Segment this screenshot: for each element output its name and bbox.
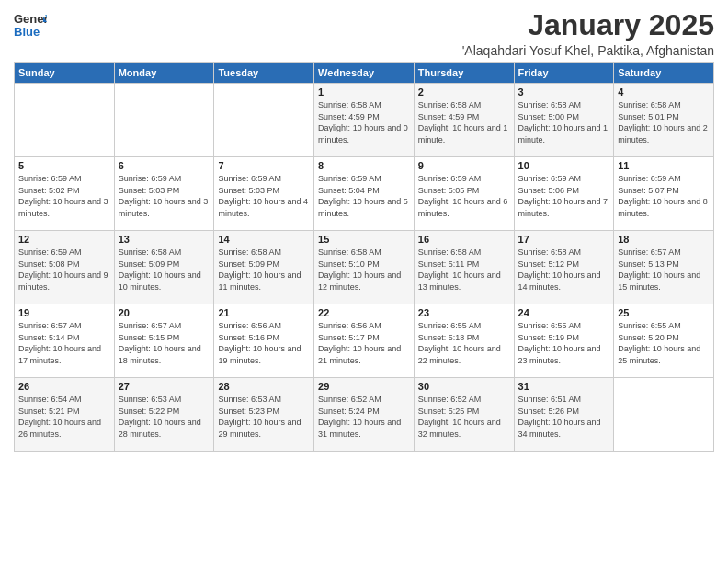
sunrise-text: Sunrise: 6:58 AM (518, 99, 610, 111)
cell-2-1: 13Sunrise: 6:58 AMSunset: 5:09 PMDayligh… (114, 231, 214, 304)
cell-4-2: 28Sunrise: 6:53 AMSunset: 5:23 PMDayligh… (214, 378, 314, 452)
sunrise-text: Sunrise: 6:59 AM (318, 173, 410, 185)
day-detail: Sunrise: 6:58 AMSunset: 5:09 PMDaylight:… (218, 247, 310, 293)
col-thursday: Thursday (414, 63, 514, 84)
day-number: 27 (119, 381, 210, 392)
day-detail: Sunrise: 6:59 AMSunset: 5:08 PMDaylight:… (18, 247, 110, 293)
col-friday: Friday (514, 63, 614, 84)
week-row-1: 1Sunrise: 6:58 AMSunset: 4:59 PMDaylight… (15, 84, 714, 157)
sunrise-text: Sunrise: 6:59 AM (418, 173, 510, 185)
sunset-text: Sunset: 5:20 PM (618, 332, 710, 344)
sunset-text: Sunset: 4:59 PM (318, 111, 410, 123)
sunset-text: Sunset: 5:13 PM (618, 259, 710, 270)
cell-4-6 (614, 378, 714, 452)
sunrise-text: Sunrise: 6:54 AM (18, 394, 110, 406)
sunset-text: Sunset: 5:05 PM (418, 185, 510, 197)
logo: General Blue (14, 9, 47, 42)
col-sunday: Sunday (15, 63, 115, 84)
sunset-text: Sunset: 5:04 PM (318, 185, 410, 197)
cell-2-0: 12Sunrise: 6:59 AMSunset: 5:08 PMDayligh… (15, 231, 115, 304)
cell-0-0 (15, 84, 115, 157)
cell-4-1: 27Sunrise: 6:53 AMSunset: 5:22 PMDayligh… (114, 378, 214, 452)
daylight-text: Daylight: 10 hours and 19 minutes. (218, 343, 310, 366)
daylight-text: Daylight: 10 hours and 3 minutes. (18, 196, 110, 219)
day-detail: Sunrise: 6:58 AMSunset: 5:09 PMDaylight:… (119, 247, 210, 293)
daylight-text: Daylight: 10 hours and 6 minutes. (418, 196, 510, 219)
sunrise-text: Sunrise: 6:56 AM (218, 320, 310, 332)
daylight-text: Daylight: 10 hours and 25 minutes. (618, 343, 710, 366)
day-number: 2 (418, 86, 510, 98)
sunrise-text: Sunrise: 6:58 AM (218, 247, 310, 259)
sunset-text: Sunset: 5:25 PM (418, 406, 510, 418)
day-number: 6 (119, 160, 210, 171)
sunrise-text: Sunrise: 6:58 AM (119, 247, 210, 259)
day-number: 9 (418, 160, 510, 171)
header-row: Sunday Monday Tuesday Wednesday Thursday… (15, 63, 714, 84)
day-number: 5 (18, 160, 110, 171)
sunrise-text: Sunrise: 6:57 AM (119, 320, 210, 332)
sunrise-text: Sunrise: 6:57 AM (18, 320, 110, 332)
sunset-text: Sunset: 5:08 PM (18, 259, 110, 270)
daylight-text: Daylight: 10 hours and 23 minutes. (518, 343, 610, 366)
sunrise-text: Sunrise: 6:58 AM (318, 99, 410, 111)
day-number: 30 (418, 381, 510, 392)
svg-text:Blue: Blue (14, 25, 40, 39)
cell-2-6: 18Sunrise: 6:57 AMSunset: 5:13 PMDayligh… (614, 231, 714, 304)
daylight-text: Daylight: 10 hours and 1 minute. (518, 122, 610, 145)
day-number: 17 (518, 234, 610, 245)
day-number: 14 (218, 234, 310, 245)
cell-4-5: 31Sunrise: 6:51 AMSunset: 5:26 PMDayligh… (514, 378, 614, 452)
cell-2-4: 16Sunrise: 6:58 AMSunset: 5:11 PMDayligh… (414, 231, 514, 304)
daylight-text: Daylight: 10 hours and 29 minutes. (218, 417, 310, 440)
day-number: 28 (218, 381, 310, 392)
day-number: 16 (418, 234, 510, 245)
sunrise-text: Sunrise: 6:56 AM (318, 320, 410, 332)
sunset-text: Sunset: 5:02 PM (18, 185, 110, 197)
sunrise-text: Sunrise: 6:58 AM (618, 99, 710, 111)
col-wednesday: Wednesday (314, 63, 415, 84)
sunset-text: Sunset: 5:10 PM (318, 259, 410, 270)
sunset-text: Sunset: 5:21 PM (18, 406, 110, 418)
sunset-text: Sunset: 5:16 PM (218, 332, 310, 344)
sunset-text: Sunset: 4:59 PM (418, 111, 510, 123)
cell-3-0: 19Sunrise: 6:57 AMSunset: 5:14 PMDayligh… (15, 304, 115, 378)
sunset-text: Sunset: 5:01 PM (618, 111, 710, 123)
cell-1-4: 9Sunrise: 6:59 AMSunset: 5:05 PMDaylight… (414, 157, 514, 231)
daylight-text: Daylight: 10 hours and 3 minutes. (119, 196, 210, 219)
day-number: 19 (18, 307, 110, 318)
sunrise-text: Sunrise: 6:55 AM (618, 320, 710, 332)
daylight-text: Daylight: 10 hours and 15 minutes. (618, 270, 710, 293)
cell-4-3: 29Sunrise: 6:52 AMSunset: 5:24 PMDayligh… (314, 378, 415, 452)
daylight-text: Daylight: 10 hours and 32 minutes. (418, 417, 510, 440)
sunrise-text: Sunrise: 6:53 AM (218, 394, 310, 406)
location-title: 'Alaqahdari Yosuf Khel, Paktika, Afghani… (462, 43, 714, 58)
day-detail: Sunrise: 6:52 AMSunset: 5:24 PMDaylight:… (318, 394, 410, 440)
col-saturday: Saturday (614, 63, 714, 84)
day-number: 8 (318, 160, 410, 171)
day-number: 20 (119, 307, 210, 318)
cell-3-6: 25Sunrise: 6:55 AMSunset: 5:20 PMDayligh… (614, 304, 714, 378)
sunset-text: Sunset: 5:03 PM (218, 185, 310, 197)
cell-0-5: 3Sunrise: 6:58 AMSunset: 5:00 PMDaylight… (514, 84, 614, 157)
daylight-text: Daylight: 10 hours and 2 minutes. (618, 122, 710, 145)
sunrise-text: Sunrise: 6:59 AM (18, 247, 110, 259)
daylight-text: Daylight: 10 hours and 21 minutes. (318, 343, 410, 366)
col-tuesday: Tuesday (214, 63, 314, 84)
svg-text:General: General (14, 12, 47, 26)
header: General Blue January 2025 'Alaqahdari Yo… (14, 9, 714, 58)
day-number: 23 (418, 307, 510, 318)
day-detail: Sunrise: 6:57 AMSunset: 5:13 PMDaylight:… (618, 247, 710, 293)
sunrise-text: Sunrise: 6:59 AM (18, 173, 110, 185)
col-monday: Monday (114, 63, 214, 84)
day-number: 11 (618, 160, 710, 171)
cell-2-5: 17Sunrise: 6:58 AMSunset: 5:12 PMDayligh… (514, 231, 614, 304)
day-detail: Sunrise: 6:59 AMSunset: 5:05 PMDaylight:… (418, 173, 510, 219)
sunrise-text: Sunrise: 6:58 AM (318, 247, 410, 259)
day-detail: Sunrise: 6:57 AMSunset: 5:15 PMDaylight:… (119, 320, 210, 366)
day-number: 26 (18, 381, 110, 392)
day-number: 29 (318, 381, 410, 392)
day-number: 22 (318, 307, 410, 318)
sunrise-text: Sunrise: 6:52 AM (318, 394, 410, 406)
sunset-text: Sunset: 5:12 PM (518, 259, 610, 270)
day-detail: Sunrise: 6:54 AMSunset: 5:21 PMDaylight:… (18, 394, 110, 440)
